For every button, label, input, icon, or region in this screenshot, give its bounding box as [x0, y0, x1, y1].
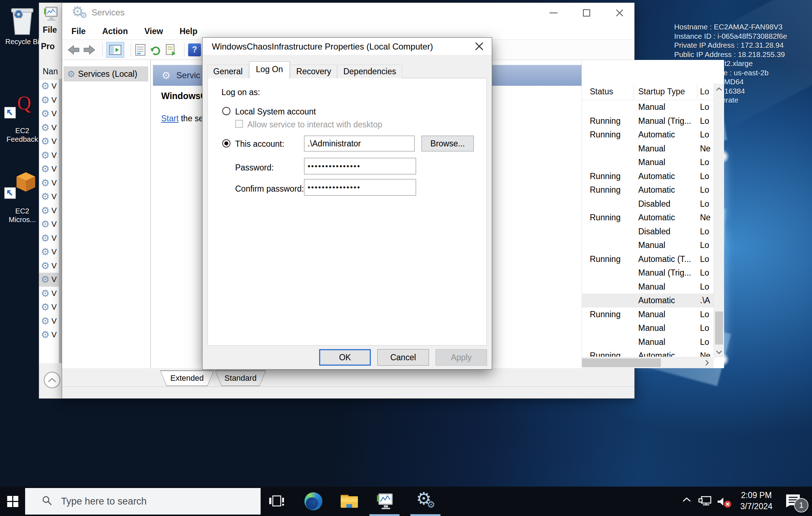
maximize-button[interactable] [574, 3, 599, 23]
network-icon[interactable] [698, 495, 712, 509]
desktop-icon-ec2-feedback[interactable]: Q EC2 Feedback [0, 93, 45, 144]
bg-window-service-list[interactable]: VVVVVVVVVVVVVVVVVVV [39, 79, 60, 363]
service-row[interactable]: RunningManualLo [582, 308, 714, 322]
column-status[interactable]: Status [590, 87, 613, 97]
confirm-password-field[interactable]: ••••••••••••••• [304, 179, 416, 196]
services-titlebar[interactable]: Services [62, 3, 634, 23]
scroll-right-icon[interactable] [701, 357, 712, 368]
background-window[interactable]: File Pro Nan VVVVVVVVVVVVVVVVVVV [39, 3, 62, 399]
services-list-header[interactable]: Status Startup Type Lo [582, 84, 714, 100]
scroll-down-icon[interactable] [714, 347, 724, 357]
bg-service-row[interactable]: V [39, 149, 60, 163]
cancel-button[interactable]: Cancel [377, 349, 429, 366]
password-field[interactable]: ••••••••••••••• [304, 158, 416, 174]
view-tab-standard[interactable]: Standard [215, 370, 266, 386]
search-input[interactable] [60, 496, 233, 507]
menu-file[interactable]: File [68, 27, 94, 36]
service-row[interactable]: ManualLo [582, 335, 714, 349]
bg-service-row[interactable]: V [39, 204, 60, 218]
bg-service-row[interactable]: V [39, 135, 60, 149]
service-row[interactable]: RunningAutomaticLo [582, 128, 714, 142]
tab-log-on[interactable]: Log On [249, 61, 290, 78]
menu-action[interactable]: Action [99, 27, 136, 36]
dialog-close-icon[interactable] [471, 40, 487, 53]
scrollbar-thumb[interactable] [582, 358, 661, 367]
bg-service-row[interactable]: V [39, 93, 60, 107]
bg-service-row[interactable]: V [39, 231, 60, 245]
services-list[interactable]: Status Startup Type Lo ManualLoRunningMa… [582, 60, 724, 368]
bg-service-row[interactable]: V [39, 328, 60, 342]
service-row[interactable]: RunningAutomatic (T...Lo [582, 252, 714, 266]
service-row[interactable]: RunningAutomaticNe [582, 349, 714, 357]
allow-desktop-checkbox[interactable] [235, 120, 243, 128]
properties-icon[interactable] [135, 43, 146, 56]
tab-general[interactable]: General [207, 65, 248, 78]
bg-service-row[interactable]: V [39, 190, 60, 204]
this-account-label[interactable]: This account: [235, 139, 284, 149]
desktop-icon-ec2-microsoft[interactable]: EC2 Micros... [0, 171, 45, 224]
local-system-label[interactable]: Local System account [235, 107, 316, 117]
service-row[interactable]: ManualLo [582, 100, 714, 114]
bg-service-row[interactable]: V [39, 245, 60, 259]
service-row[interactable]: RunningManual (Trig...Lo [582, 114, 714, 128]
tab-recovery[interactable]: Recovery [290, 65, 337, 78]
service-row[interactable]: ManualLo [582, 155, 714, 169]
tray-chevron-icon[interactable] [682, 497, 691, 504]
bg-window-collapse-button[interactable] [44, 372, 60, 388]
local-system-radio[interactable] [222, 107, 230, 115]
bg-service-row[interactable]: V [39, 107, 60, 121]
perfmon-taskbar-icon[interactable] [374, 491, 395, 511]
bg-service-row[interactable]: V [39, 287, 60, 301]
service-row[interactable]: Manual (Trig...Lo [582, 266, 714, 280]
service-row[interactable]: Automatic.\A [582, 294, 714, 308]
close-button[interactable] [607, 3, 632, 23]
service-row[interactable]: ManualLo [582, 280, 714, 294]
volume-muted-icon[interactable] [717, 496, 733, 510]
desktop-icon-recycle-bin[interactable]: ♻ Recycle Bi [0, 4, 45, 46]
dialog-titlebar[interactable]: WindowsChaosInfrastructure Properties (L… [202, 38, 492, 55]
service-row[interactable]: DisabledLo [582, 225, 714, 239]
column-logon-as[interactable]: Lo [700, 87, 709, 97]
service-row[interactable]: ManualNe [582, 142, 714, 156]
ok-button[interactable]: OK [319, 349, 371, 366]
column-startup-type[interactable]: Startup Type [638, 87, 685, 97]
bg-service-row[interactable]: V [39, 314, 60, 328]
tab-dependencies[interactable]: Dependencies [337, 65, 402, 78]
tree-item-services-local[interactable]: Services (Local) [64, 66, 148, 81]
taskbar-clock[interactable]: 2:09 PM 3/7/2024 [734, 490, 779, 512]
console-tree-toggle-icon[interactable] [106, 42, 124, 58]
vertical-scrollbar[interactable] [714, 84, 724, 357]
minimize-button[interactable] [541, 3, 566, 23]
action-center-icon[interactable]: 1 [785, 492, 808, 512]
services-taskbar-icon[interactable] [415, 491, 435, 511]
start-service-link[interactable]: Start [161, 114, 179, 123]
bg-service-row[interactable]: V [39, 121, 60, 135]
file-explorer-icon[interactable] [339, 491, 359, 511]
this-account-radio[interactable] [222, 139, 230, 147]
view-tab-extended[interactable]: Extended [160, 370, 214, 386]
forward-icon[interactable] [83, 44, 96, 56]
help-icon[interactable]: ? [188, 43, 201, 56]
scroll-up-icon[interactable] [714, 84, 724, 94]
menu-help[interactable]: Help [176, 27, 205, 36]
services-rows[interactable]: ManualLoRunningManual (Trig...LoRunningA… [582, 100, 714, 357]
service-row[interactable]: RunningAutomaticLo [582, 169, 714, 183]
scrollbar-thumb[interactable] [715, 311, 723, 344]
service-row[interactable]: ManualLo [582, 321, 714, 335]
account-field[interactable]: .\Administrator [304, 136, 415, 151]
bg-service-row[interactable]: V [39, 273, 60, 287]
browse-button[interactable]: Browse... [421, 136, 474, 151]
service-row[interactable]: RunningAutomaticLo [582, 183, 714, 197]
bg-window-file-menu[interactable]: File [43, 25, 57, 35]
back-icon[interactable] [67, 44, 80, 56]
properties-dialog[interactable]: WindowsChaosInfrastructure Properties (L… [202, 37, 492, 370]
export-list-icon[interactable] [165, 43, 178, 56]
edge-browser-icon[interactable] [303, 491, 323, 511]
console-tree-pane[interactable]: Services (Local) [62, 60, 151, 368]
bg-service-row[interactable]: V [39, 259, 60, 273]
task-view-icon[interactable] [266, 491, 286, 511]
service-row[interactable]: DisabledLo [582, 197, 714, 211]
service-row[interactable]: RunningAutomaticNe [582, 211, 714, 225]
horizontal-scrollbar[interactable] [582, 357, 714, 368]
bg-service-row[interactable]: V [39, 176, 60, 190]
